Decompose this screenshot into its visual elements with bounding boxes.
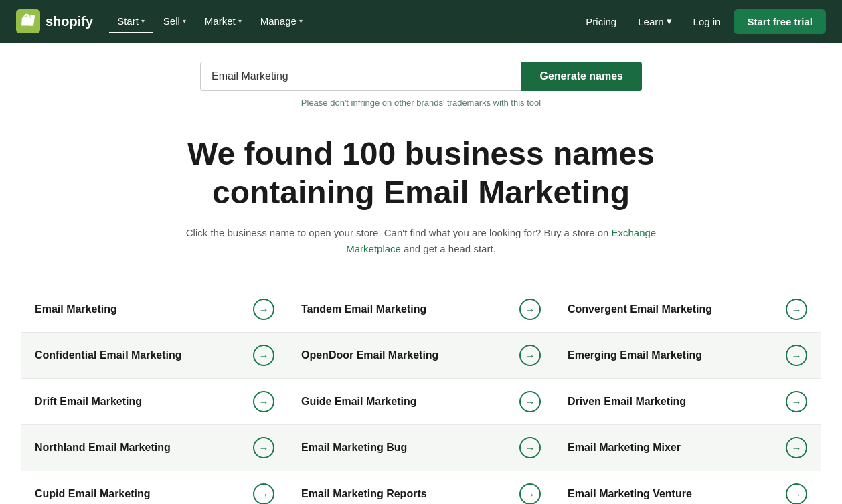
result-name: Northland Email Marketing bbox=[35, 442, 171, 454]
result-item[interactable]: Email Marketing Venture→ bbox=[554, 471, 821, 504]
nav-login-link[interactable]: Log in bbox=[685, 11, 729, 33]
chevron-down-icon: ▾ bbox=[299, 17, 303, 25]
nav-item-market[interactable]: Market ▾ bbox=[197, 10, 250, 33]
arrow-circle-icon: → bbox=[253, 483, 274, 504]
result-name: Confidential Email Marketing bbox=[35, 349, 182, 361]
start-trial-button[interactable]: Start free trial bbox=[734, 9, 826, 34]
results-grid: Email Marketing→Tandem Email Marketing→C… bbox=[0, 286, 842, 504]
search-section: Generate names Please don't infringe on … bbox=[0, 43, 842, 118]
result-name: Convergent Email Marketing bbox=[568, 303, 712, 315]
arrow-circle-icon: → bbox=[253, 299, 274, 320]
subtitle-text: Click the business name to open your sto… bbox=[167, 225, 675, 257]
result-item[interactable]: Drift Email Marketing→ bbox=[21, 379, 288, 425]
result-item[interactable]: Email Marketing Mixer→ bbox=[554, 425, 821, 471]
result-item[interactable]: Emerging Email Marketing→ bbox=[554, 333, 821, 379]
result-item[interactable]: Convergent Email Marketing→ bbox=[554, 286, 821, 333]
shopify-logo-icon bbox=[16, 9, 40, 33]
arrow-circle-icon: → bbox=[786, 345, 807, 366]
result-name: Email Marketing Bug bbox=[301, 442, 407, 454]
generate-button[interactable]: Generate names bbox=[521, 62, 642, 91]
arrow-circle-icon: → bbox=[519, 299, 541, 320]
arrow-circle-icon: → bbox=[786, 391, 807, 412]
arrow-circle-icon: → bbox=[786, 299, 807, 320]
arrow-circle-icon: → bbox=[786, 483, 807, 504]
chevron-down-icon: ▾ bbox=[238, 17, 242, 25]
result-name: Drift Email Marketing bbox=[35, 396, 142, 408]
result-item[interactable]: Driven Email Marketing→ bbox=[554, 379, 821, 425]
nav-item-sell[interactable]: Sell ▾ bbox=[155, 10, 194, 33]
shopify-logo[interactable]: shopify bbox=[16, 9, 93, 33]
nav-links: Start ▾ Sell ▾ Market ▾ Manage ▾ bbox=[109, 10, 578, 33]
arrow-circle-icon: → bbox=[253, 391, 274, 412]
nav-item-start[interactable]: Start ▾ bbox=[109, 10, 153, 33]
logo-text: shopify bbox=[46, 14, 93, 29]
arrow-circle-icon: → bbox=[519, 345, 541, 366]
search-row: Generate names bbox=[200, 62, 642, 91]
result-name: Tandem Email Marketing bbox=[301, 303, 426, 315]
arrow-circle-icon: → bbox=[253, 437, 274, 458]
result-name: OpenDoor Email Marketing bbox=[301, 349, 438, 361]
nav-item-manage[interactable]: Manage ▾ bbox=[252, 10, 311, 33]
result-name: Emerging Email Marketing bbox=[568, 349, 702, 361]
exchange-marketplace-link[interactable]: Exchange Marketplace bbox=[346, 227, 656, 254]
arrow-circle-icon: → bbox=[253, 345, 274, 366]
result-name: Guide Email Marketing bbox=[301, 396, 416, 408]
nav-learn-link[interactable]: Learn ▾ bbox=[630, 10, 679, 33]
chevron-down-icon: ▾ bbox=[141, 17, 145, 25]
result-name: Email Marketing Venture bbox=[568, 488, 692, 500]
navigation: shopify Start ▾ Sell ▾ Market ▾ Manage ▾… bbox=[0, 0, 842, 43]
nav-right: Pricing Learn ▾ Log in Start free trial bbox=[578, 9, 826, 34]
result-item[interactable]: Email Marketing Bug→ bbox=[288, 425, 554, 471]
result-name: Email Marketing Mixer bbox=[568, 442, 681, 454]
result-name: Cupid Email Marketing bbox=[35, 488, 150, 500]
chevron-down-icon: ▾ bbox=[183, 17, 186, 25]
nav-pricing-link[interactable]: Pricing bbox=[578, 11, 624, 33]
arrow-circle-icon: → bbox=[519, 483, 541, 504]
chevron-down-icon: ▾ bbox=[667, 15, 672, 27]
result-item[interactable]: Northland Email Marketing→ bbox=[21, 425, 288, 471]
result-name: Email Marketing bbox=[35, 303, 117, 315]
arrow-circle-icon: → bbox=[519, 437, 541, 458]
result-item[interactable]: Email Marketing→ bbox=[21, 286, 288, 333]
result-item[interactable]: OpenDoor Email Marketing→ bbox=[288, 333, 554, 379]
result-item[interactable]: Guide Email Marketing→ bbox=[288, 379, 554, 425]
result-item[interactable]: Tandem Email Marketing→ bbox=[288, 286, 554, 333]
result-item[interactable]: Email Marketing Reports→ bbox=[288, 471, 554, 504]
result-name: Driven Email Marketing bbox=[568, 396, 686, 408]
result-item[interactable]: Cupid Email Marketing→ bbox=[21, 471, 288, 504]
arrow-circle-icon: → bbox=[786, 437, 807, 458]
heading-section: We found 100 business names containing E… bbox=[0, 118, 842, 268]
result-name: Email Marketing Reports bbox=[301, 488, 427, 500]
arrow-circle-icon: → bbox=[519, 391, 541, 412]
search-disclaimer: Please don't infringe on other brands' t… bbox=[301, 98, 541, 108]
result-item[interactable]: Confidential Email Marketing→ bbox=[21, 333, 288, 379]
search-input[interactable] bbox=[200, 62, 521, 91]
page-title: We found 100 business names containing E… bbox=[133, 135, 709, 212]
